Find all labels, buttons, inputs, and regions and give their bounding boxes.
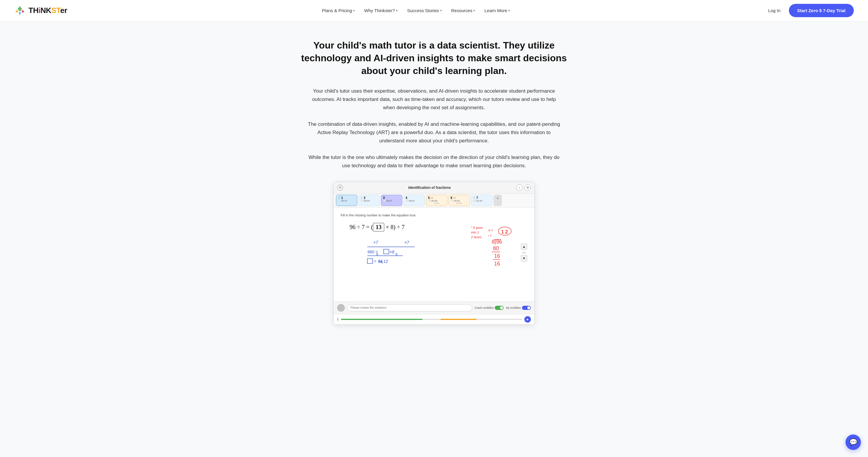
main-content: Your child's math tutor is a data scient… — [292, 21, 576, 325]
nav-resources[interactable]: Resources ▾ — [447, 6, 479, 15]
svg-text:16: 16 — [494, 261, 500, 267]
svg-text:r 3: r 3 — [488, 234, 492, 237]
chevron-down-icon: ▾ — [473, 9, 475, 12]
app-screenshot-title: Identification of fractions — [408, 186, 451, 190]
problem-tab-2[interactable]: ✓2 🕐00:03 — [359, 195, 380, 206]
chevron-down-icon: ▾ — [396, 9, 398, 12]
progress-track — [341, 319, 522, 320]
scroll-up-button[interactable]: ▲ — [521, 243, 527, 250]
app-controls: ♪ ⚙ — [516, 185, 531, 191]
chat-widget[interactable]: 💬 — [845, 434, 861, 450]
svg-rect-4 — [384, 249, 389, 254]
svg-text:=: = — [374, 259, 376, 264]
app-screenshot: ✕ Identification of fractions ♪ ⚙ ✓1 🕐00… — [333, 182, 535, 325]
info-icon: ℹ — [337, 317, 339, 321]
svg-text:×7: ×7 — [373, 240, 378, 245]
problem-tab-more[interactable]: < — [494, 195, 502, 206]
svg-text:×8: ×8 — [390, 250, 394, 254]
cta-button[interactable]: Start Zero $ 7-Day Trial — [789, 4, 854, 17]
nav-why-thinkster[interactable]: Why Thinkster? ▾ — [361, 6, 401, 15]
problem-tab-7[interactable]: ✓7 🕐01:00 — [471, 195, 492, 206]
progress-orange — [440, 319, 477, 320]
svg-text:1 2: 1 2 — [501, 229, 508, 234]
problem-tab-1[interactable]: ✓1 🕐00:27 — [336, 195, 357, 206]
svg-rect-9 — [367, 259, 373, 263]
login-link[interactable]: Log In — [765, 6, 784, 15]
hero-paragraph-1: Your child's tutor uses their expertise,… — [307, 87, 561, 112]
logo-link[interactable]: THiNKSTer — [14, 5, 67, 16]
my-scribbles-toggle[interactable] — [522, 306, 531, 310]
app-bottom-bar: Coach scribbles My scribbles — [334, 301, 534, 314]
hero-title: Your child's math tutor is a data scient… — [299, 39, 569, 77]
navigation: THiNKSTer Plans & Pricing ▾ Why Thinkste… — [0, 0, 868, 21]
app-control-settings[interactable]: ⚙ — [524, 185, 531, 191]
scribbles-svg: * 8 goes into 1 at 3 2 times r 3 1 2 8|9… — [468, 223, 527, 288]
play-button[interactable]: ▶ — [524, 316, 531, 323]
chevron-down-icon: ▾ — [440, 9, 442, 12]
svg-text:×7: ×7 — [404, 240, 409, 245]
chat-icon: 💬 — [849, 438, 857, 446]
svg-text:8|96: 8|96 — [492, 239, 502, 245]
handwriting-svg: ×7 ×7 960 = ×8 8 8 = — [349, 235, 444, 294]
nav-learn-more[interactable]: Learn More ▾ — [481, 6, 514, 15]
hero-paragraph-3: While the tutor is the one who ultimatel… — [307, 153, 561, 170]
problem-tab-4[interactable]: 4 🕐00:02 — [403, 195, 425, 206]
nav-success-stories[interactable]: Success Stories ▾ — [403, 6, 445, 15]
svg-text:2 times: 2 times — [471, 235, 482, 239]
problem-instruction: Fill in the missing number to make the e… — [341, 214, 527, 217]
svg-text:16: 16 — [494, 253, 500, 259]
app-top-bar: ✕ Identification of fractions ♪ ⚙ — [334, 182, 534, 194]
scroll-down-button[interactable]: ▼ — [521, 255, 527, 261]
problem-tabs: ✓1 🕐00:27 ✓2 🕐00:03 3 🕐00:07 4 🕐00:02 5 … — [334, 194, 534, 207]
nav-links: Plans & Pricing ▾ Why Thinkster? ▾ Succe… — [318, 6, 514, 15]
nav-right: Log In Start Zero $ 7-Day Trial — [765, 4, 854, 17]
svg-text:into 1: into 1 — [471, 231, 479, 234]
app-close-button[interactable]: ✕ — [337, 185, 343, 191]
math-equation: 96 ÷ 7 = (13 × 8) ÷ 7 — [349, 223, 462, 231]
app-control-sound[interactable]: ♪ — [516, 185, 523, 191]
problem-tab-5[interactable]: 5 ↑↑ 🕐00:26 4 ⊙⊙ — [426, 195, 447, 206]
svg-text:* 8 goes: * 8 goes — [471, 226, 483, 229]
chevron-down-icon: ▾ — [508, 9, 510, 12]
coach-scribbles-toggle-group: Coach scribbles — [474, 306, 504, 310]
scroll-controls: ▲ 5:0 ▼ — [521, 243, 527, 261]
svg-text:80: 80 — [493, 246, 499, 251]
problem-area: Fill in the missing number to make the e… — [334, 207, 534, 301]
hero-paragraph-2: The combination of data-driven insights,… — [307, 120, 561, 145]
my-scribbles-label: My scribbles — [506, 306, 521, 309]
problem-tab-6[interactable]: 6 ↑↑ 🕐00:42 8 ⊙⊙ — [448, 195, 470, 206]
progress-green — [341, 319, 423, 320]
answer-input-box[interactable]: 13 — [373, 223, 384, 231]
svg-text:8: 8 — [396, 253, 398, 257]
svg-text:8: 8 — [376, 253, 378, 257]
nav-plans-pricing[interactable]: Plans & Pricing ▾ — [318, 6, 359, 15]
logo-text: THiNKSTer — [28, 6, 67, 15]
progress-bar-container: ℹ ▶ — [334, 314, 534, 324]
chevron-down-icon: ▾ — [353, 9, 354, 12]
message-input[interactable] — [347, 304, 472, 312]
my-scribbles-toggle-group: My scribbles — [506, 306, 531, 310]
svg-text:at 3: at 3 — [488, 229, 493, 232]
svg-text:12: 12 — [383, 259, 388, 264]
problem-tab-3[interactable]: 3 🕐00:07 — [381, 195, 402, 206]
coach-scribbles-toggle[interactable] — [495, 306, 504, 310]
coach-scribbles-label: Coach scribbles — [474, 306, 494, 309]
logo-icon — [14, 5, 26, 16]
user-avatar — [337, 304, 345, 312]
